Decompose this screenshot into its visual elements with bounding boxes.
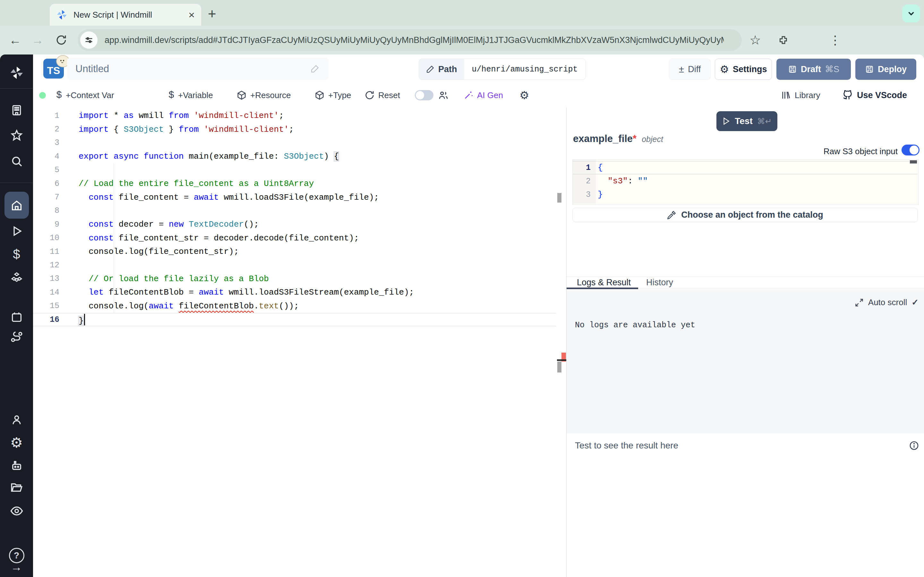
back-button[interactable]: ← (7, 26, 23, 55)
sidebar-item-audit-logs[interactable] (0, 504, 33, 518)
ai-gen-button[interactable]: AI Gen (464, 83, 503, 107)
browser-tab[interactable]: New Script | Windmill × (50, 4, 201, 26)
reload-button[interactable] (53, 26, 69, 55)
use-vscode-button[interactable]: Use VScode (842, 83, 907, 107)
line-content[interactable]: export async function main(example_file:… (59, 152, 339, 161)
windmill-logo[interactable] (0, 65, 33, 81)
expand-icon[interactable] (855, 298, 864, 307)
editor-scrollbar[interactable] (557, 362, 561, 372)
bookmark-star-icon[interactable]: ☆ (746, 26, 764, 55)
code-line-2[interactable]: 2 "s3": "" (573, 174, 918, 188)
sidebar-item-folders[interactable] (0, 480, 33, 495)
s3-json-editor[interactable]: 1{2 "s3": ""3} (572, 159, 919, 205)
sidebar-item-favorites[interactable] (0, 128, 33, 143)
sidebar-item-workspace[interactable] (0, 103, 33, 117)
code-line-14[interactable]: 14 let fileContentBlob = await wmill.loa… (33, 285, 556, 299)
code-line-3[interactable]: 3 (33, 136, 556, 150)
code-line-1[interactable]: 1{ (573, 161, 918, 174)
code-line-3[interactable]: 3} (573, 188, 918, 201)
raw-s3-toggle[interactable] (901, 145, 919, 155)
new-tab-button[interactable]: + (208, 6, 216, 22)
toggle-off[interactable] (415, 90, 433, 100)
code-line-8[interactable]: 8 (33, 204, 556, 218)
line-content[interactable]: console.log(await fileContentBlob.text()… (59, 301, 299, 311)
add-resource-button[interactable]: +Resource (237, 83, 291, 107)
deploy-button[interactable]: Deploy (855, 59, 916, 80)
sidebar-item-settings[interactable]: ⚙ (0, 435, 33, 450)
overview-ruler-marker[interactable] (557, 193, 561, 203)
code-line-7[interactable]: 7 const file_content = await wmill.loadS… (33, 190, 556, 204)
sidebar-item-schedules[interactable] (0, 309, 33, 324)
test-button[interactable]: Test ⌘↵ (716, 111, 777, 131)
multiplayer-button[interactable] (438, 83, 449, 107)
line-content[interactable]: import * as wmill from 'windmill-client'… (59, 111, 284, 121)
add-context-var-button[interactable]: $ +Context Var (56, 83, 114, 107)
line-content[interactable]: let fileContentBlob = await wmill.loadS3… (59, 287, 414, 297)
code-editor[interactable]: 1import * as wmill from 'windmill-client… (33, 107, 566, 577)
code-line-16[interactable]: 16} (33, 313, 556, 326)
sidebar-item-users[interactable] (0, 413, 33, 427)
calendar-icon (10, 311, 23, 324)
library-button[interactable]: Library (780, 83, 820, 107)
sidebar-item-resources[interactable] (0, 271, 33, 285)
code-line-9[interactable]: 9 const decoder = new TextDecoder(); (33, 218, 556, 231)
script-title-input[interactable]: Untitled (67, 58, 328, 80)
sidebar-item-workers[interactable] (0, 458, 33, 473)
forward-button[interactable]: → (29, 26, 45, 55)
path-button[interactable]: Path u/henri/amusing_script (419, 59, 586, 80)
info-icon[interactable] (909, 440, 919, 451)
json-editor-scrollbar[interactable] (910, 160, 917, 163)
diff-mode-toggle[interactable] (415, 83, 433, 107)
add-variable-button[interactable]: $ +Variable (168, 83, 213, 107)
sidebar-item-search[interactable] (0, 154, 33, 169)
add-type-button[interactable]: +Type (315, 83, 351, 107)
code-line-15[interactable]: 15 console.log(await fileContentBlob.tex… (33, 299, 556, 313)
line-content[interactable]: "s3": "" (591, 176, 648, 186)
browser-menu-icon[interactable]: ⋮ (827, 26, 843, 55)
json-lines[interactable]: 1{2 "s3": ""3} (573, 161, 918, 201)
diff-button[interactable]: ± Diff (669, 59, 711, 80)
choose-object-button[interactable]: Choose an object from the catalog (572, 208, 918, 222)
code-line-11[interactable]: 11 console.log(file_content_str); (33, 245, 556, 258)
sidebar-item-home[interactable] (0, 198, 33, 213)
tab-history[interactable]: History (646, 277, 673, 287)
url-text[interactable]: app.windmill.dev/scripts/add#JTdCJTIyaGF… (105, 35, 724, 45)
add-resource-label: +Resource (250, 90, 291, 100)
line-content[interactable]: const decoder = new TextDecoder(); (59, 219, 259, 229)
line-content[interactable]: } (59, 314, 85, 326)
settings-button[interactable]: ⚙ Settings (715, 59, 772, 80)
tab-close-icon[interactable]: × (188, 9, 195, 20)
tab-search-button[interactable] (902, 5, 920, 23)
extensions-icon[interactable] (774, 26, 793, 55)
code-line-12[interactable]: 12 (33, 258, 556, 272)
line-content[interactable]: { (591, 163, 603, 172)
code-line-2[interactable]: 2import { S3Object } from 'windmill-clie… (33, 122, 556, 136)
line-content[interactable]: // Or load the file lazily as a Blob (59, 274, 269, 284)
code-line-6[interactable]: 6// Load the entire file_content as a Ui… (33, 177, 556, 190)
line-content[interactable]: console.log(file_content_str); (59, 247, 239, 256)
code-line-10[interactable]: 10 const file_content_str = decoder.deco… (33, 231, 556, 245)
sidebar-expand-button[interactable]: → (0, 560, 33, 574)
sidebar-item-runs[interactable] (0, 224, 33, 239)
sidebar-item-variables[interactable]: $ (0, 247, 33, 262)
pencil-icon[interactable] (310, 64, 320, 74)
line-content[interactable]: const file_content = await wmill.loadS3F… (59, 193, 379, 202)
auto-scroll-control[interactable]: Auto scroll ✓ (855, 298, 919, 308)
code-line-1[interactable]: 1import * as wmill from 'windmill-client… (33, 109, 556, 122)
line-content[interactable]: import { S3Object } from 'windmill-clien… (59, 125, 294, 134)
line-content[interactable]: } (591, 190, 603, 199)
tab-logs-result[interactable]: Logs & Result (577, 277, 631, 287)
sidebar-item-flows[interactable] (0, 330, 33, 344)
line-content[interactable]: // Load the entire file_content as a Uin… (59, 179, 314, 189)
address-bar[interactable]: app.windmill.dev/scripts/add#JTdCJTIyaGF… (78, 29, 742, 51)
draft-button[interactable]: Draft ⌘S (776, 59, 851, 80)
windmill-app: $ (0, 55, 924, 577)
site-settings-button[interactable] (80, 31, 97, 49)
code-lines[interactable]: 1import * as wmill from 'windmill-client… (33, 109, 556, 326)
reset-button[interactable]: Reset (365, 83, 400, 107)
code-line-13[interactable]: 13 // Or load the file lazily as a Blob (33, 272, 556, 285)
code-line-5[interactable]: 5 (33, 163, 556, 177)
editor-settings-button[interactable]: ⚙ (519, 83, 529, 107)
line-content[interactable]: const file_content_str = decoder.decode(… (59, 234, 359, 243)
code-line-4[interactable]: 4export async function main(example_file… (33, 150, 556, 163)
